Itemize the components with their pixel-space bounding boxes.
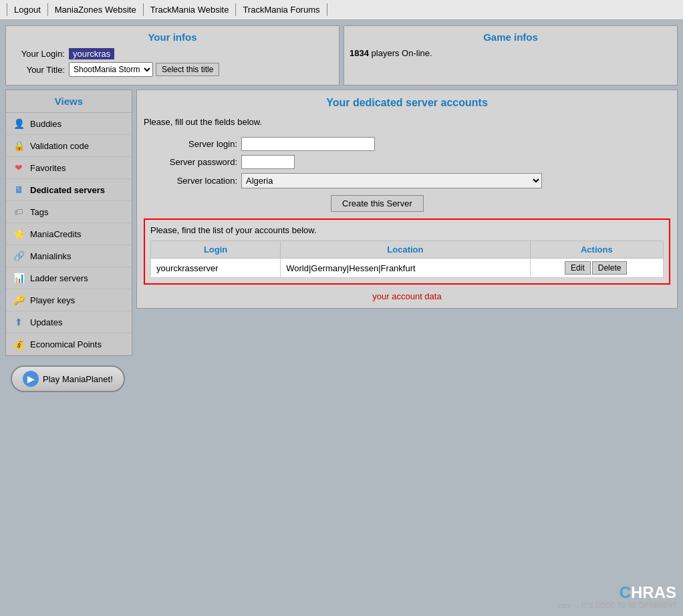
economical-icon: 💰 (11, 337, 26, 351)
server-password-group: Server password: (144, 155, 670, 169)
sidebar-item-playerkeys[interactable]: 🔑 Player keys (6, 289, 132, 311)
ladder-icon: 📊 (11, 271, 26, 285)
buddies-icon: 👤 (11, 116, 26, 131)
account-data-message: your account data (144, 291, 670, 301)
fill-text: Please, fill out the fields below. (144, 117, 670, 127)
sidebar-item-validation[interactable]: 🔒 Validation code (6, 135, 132, 157)
sidebar-item-label-validation: Validation code (30, 141, 89, 151)
bottom-logo: CHRAS .com — IT'S GOOD TO BE DIFFERENT (557, 583, 676, 609)
sidebar-item-label-playerkeys: Player keys (30, 295, 75, 305)
sidebar-item-label-maniacredits: ManiaCredits (30, 229, 82, 239)
sidebar-item-dedicated[interactable]: 🖥 Dedicated servers (6, 179, 132, 201)
sidebar-item-favorites[interactable]: ❤ Favorites (6, 157, 132, 179)
server-password-input[interactable] (241, 155, 295, 169)
logo-c: C (620, 583, 631, 601)
sidebar-item-tags[interactable]: 🏷 Tags (6, 201, 132, 223)
create-btn-wrapper: Create this Server (237, 192, 670, 212)
play-btn-label: Play ManiaPlanet! (43, 374, 113, 384)
server-login-label: Server login: (144, 139, 237, 149)
sidebar: Views 👤 Buddies 🔒 Validation code ❤ Favo… (5, 90, 132, 356)
logo-tagline: .com — IT'S GOOD TO BE DIFFERENT (557, 602, 676, 609)
cell-location: World|Germany|Hessen|Frankfurt (281, 259, 530, 278)
create-server-button[interactable]: Create this Server (331, 195, 424, 212)
sidebar-item-updates[interactable]: ⬆ Updates (6, 311, 132, 333)
info-panels-row: Your infos Your Login: yourckras Your Ti… (5, 25, 678, 86)
sidebar-item-label-updates: Updates (30, 317, 62, 327)
your-infos-panel: Your infos Your Login: yourckras Your Ti… (5, 25, 339, 86)
players-label: players On-line. (372, 48, 432, 58)
server-login-input[interactable] (241, 137, 375, 151)
table-header-row: Login Location Actions (151, 241, 664, 259)
select-title-button[interactable]: Select this title (156, 63, 219, 76)
play-button-wrapper: ▶ Play ManiaPlanet! (5, 360, 678, 398)
column-header-location: Location (281, 241, 530, 259)
column-header-actions: Actions (530, 241, 663, 259)
sidebar-item-ladder[interactable]: 📊 Ladder servers (6, 267, 132, 289)
title-label: Your Title: (11, 65, 65, 75)
nav-trackmania[interactable]: TrackMania Website (144, 3, 237, 16)
validation-icon: 🔒 (11, 138, 26, 153)
game-infos-title: Game infos (350, 31, 672, 43)
sidebar-title: Views (6, 90, 132, 113)
top-navigation: Logout ManiaZones Website TrackMania Web… (0, 0, 683, 20)
sidebar-item-label-economical: Economical Points (30, 339, 102, 349)
logo-brand: HRAS (631, 583, 676, 601)
tags-icon: 🏷 (11, 204, 26, 219)
table-row: yourckrasserverWorld|Germany|Hessen|Fran… (151, 259, 664, 278)
login-label: Your Login: (11, 49, 65, 59)
sidebar-item-label-manialinks: Manialinks (30, 251, 71, 261)
maniacredits-icon: ⭐ (11, 226, 26, 241)
server-location-group: Server location: Algeria France Germany … (144, 173, 670, 188)
server-password-label: Server password: (144, 157, 237, 167)
nav-forums[interactable]: TrackMania Forums (236, 3, 327, 16)
playerkeys-icon: 🔑 (11, 293, 26, 307)
list-text: Please, find the list of your accounts b… (150, 225, 664, 235)
your-infos-title: Your infos (11, 31, 333, 43)
nav-logout[interactable]: Logout (7, 3, 48, 16)
cell-actions: EditDelete (530, 259, 663, 278)
favorites-icon: ❤ (11, 160, 26, 175)
players-online-text: 1834 players On-line. (350, 48, 672, 58)
sidebar-item-label-favorites: Favorites (30, 163, 65, 173)
sidebar-item-manialinks[interactable]: 🔗 Manialinks (6, 245, 132, 267)
game-infos-panel: Game infos 1834 players On-line. (344, 25, 678, 86)
play-icon: ▶ (23, 371, 39, 387)
sidebar-item-label-dedicated: Dedicated servers (30, 185, 105, 195)
sidebar-item-label-ladder: Ladder servers (30, 273, 88, 283)
server-table-body: yourckrasserverWorld|Germany|Hessen|Fran… (151, 259, 664, 278)
server-login-group: Server login: (144, 137, 670, 151)
players-count: 1834 (350, 48, 369, 58)
sidebar-item-maniacredits[interactable]: ⭐ ManiaCredits (6, 223, 132, 245)
dedicated-icon: 🖥 (11, 182, 26, 197)
dedicated-servers-section: Your dedicated server accounts Please, f… (136, 90, 678, 309)
server-location-label: Server location: (144, 176, 237, 186)
cell-login: yourckrasserver (151, 259, 281, 278)
action-delete-button[interactable]: Delete (592, 261, 628, 275)
content-row: Views 👤 Buddies 🔒 Validation code ❤ Favo… (5, 90, 678, 356)
login-row: Your Login: yourckras (11, 48, 333, 59)
updates-icon: ⬆ (11, 315, 26, 329)
manialinks-icon: 🔗 (11, 249, 26, 263)
sidebar-item-economical[interactable]: 💰 Economical Points (6, 333, 132, 355)
play-maniaplanet-button[interactable]: ▶ Play ManiaPlanet! (11, 365, 125, 392)
sidebar-item-label-tags: Tags (30, 207, 48, 217)
column-header-login: Login (151, 241, 281, 259)
dedicated-section-title: Your dedicated server accounts (144, 97, 670, 109)
server-location-select[interactable]: Algeria France Germany USA Other (241, 173, 542, 188)
sidebar-item-buddies[interactable]: 👤 Buddies (6, 113, 132, 135)
sidebar-item-label-buddies: Buddies (30, 119, 61, 129)
login-value: yourckras (69, 48, 114, 59)
server-list-area: Please, find the list of your accounts b… (144, 218, 670, 285)
nav-maniazones[interactable]: ManiaZones Website (48, 3, 144, 16)
title-row: Your Title: ShootMania Storm TrackMania … (11, 62, 333, 77)
action-edit-button[interactable]: Edit (565, 261, 591, 275)
server-table: Login Location Actions yourckrasserverWo… (150, 241, 664, 278)
title-select[interactable]: ShootMania Storm TrackMania (69, 62, 153, 77)
